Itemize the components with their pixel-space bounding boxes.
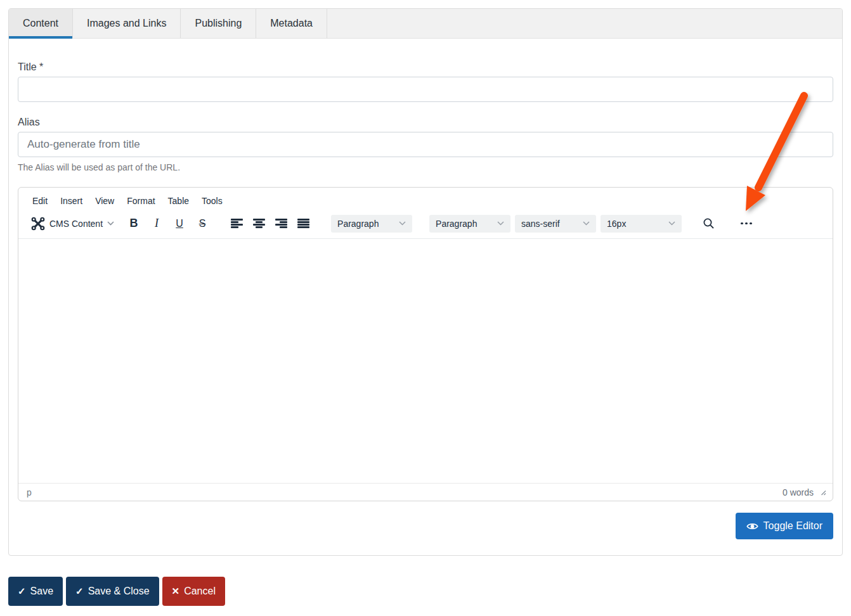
menu-table[interactable]: Table	[162, 193, 195, 209]
font-size-select-value: 16px	[607, 219, 626, 229]
font-size-select[interactable]: 16px	[601, 215, 682, 233]
title-label: Title *	[18, 61, 833, 73]
element-path[interactable]: p	[27, 487, 32, 497]
search-icon[interactable]	[702, 217, 715, 230]
check-icon: ✓	[75, 586, 84, 597]
font-family-select[interactable]: sans-serif	[515, 215, 596, 233]
style-select[interactable]: Paragraph	[331, 215, 412, 233]
check-icon: ✓	[18, 586, 26, 597]
tab-metadata-label: Metadata	[270, 18, 313, 29]
cancel-button[interactable]: ✕ Cancel	[162, 577, 225, 606]
cms-content-label: CMS Content	[49, 219, 103, 229]
save-and-close-button[interactable]: ✓ Save & Close	[66, 577, 159, 606]
rich-text-editor: Edit Insert View Format Table Tools	[18, 187, 833, 501]
font-family-select-value: sans-serif	[521, 219, 560, 229]
menu-tools[interactable]: Tools	[195, 193, 229, 209]
cancel-button-label: Cancel	[184, 586, 216, 597]
align-right-icon[interactable]	[275, 219, 287, 228]
word-count: 0 words	[783, 487, 814, 497]
editor-statusbar: p 0 words	[18, 483, 833, 501]
tab-publishing[interactable]: Publishing	[181, 9, 256, 38]
chevron-down-icon	[668, 221, 675, 226]
toggle-editor-button[interactable]: Toggle Editor	[736, 513, 833, 539]
tab-metadata[interactable]: Metadata	[256, 9, 327, 38]
block-select-value: Paragraph	[436, 219, 477, 229]
style-select-value: Paragraph	[337, 219, 379, 229]
bold-button[interactable]: B	[124, 214, 143, 234]
chevron-down-icon	[107, 221, 114, 226]
tab-publishing-label: Publishing	[195, 18, 242, 29]
menu-edit[interactable]: Edit	[26, 193, 54, 209]
close-icon: ✕	[172, 586, 180, 597]
toggle-editor-label: Toggle Editor	[763, 520, 822, 532]
joomla-logo-icon	[31, 217, 45, 231]
chevron-down-icon	[497, 221, 504, 226]
menu-insert[interactable]: Insert	[54, 193, 89, 209]
chevron-down-icon	[399, 221, 406, 226]
resize-grip-icon[interactable]	[819, 489, 826, 496]
title-field[interactable]	[18, 77, 833, 102]
form-tabbar: Content Images and Links Publishing Meta…	[9, 9, 842, 39]
align-left-icon[interactable]	[231, 219, 243, 228]
form-actions: ✓ Save ✓ Save & Close ✕ Cancel	[8, 577, 225, 606]
article-edit-page: Content Images and Links Publishing Meta…	[0, 0, 851, 616]
menu-view[interactable]: View	[89, 193, 120, 209]
align-justify-icon[interactable]	[297, 219, 309, 228]
tab-content[interactable]: Content	[9, 9, 73, 38]
editor-menubar: Edit Insert View Format Table Tools	[18, 188, 833, 210]
eye-icon	[746, 520, 758, 532]
editor-content-area[interactable]	[18, 239, 833, 483]
italic-button[interactable]: I	[147, 214, 166, 234]
alias-hint: The Alias will be used as part of the UR…	[18, 162, 833, 172]
save-and-close-button-label: Save & Close	[88, 586, 150, 597]
tab-content-label: Content	[23, 18, 58, 29]
more-toolbar-items-button[interactable]	[741, 222, 752, 225]
align-center-icon[interactable]	[253, 219, 265, 228]
alias-field[interactable]	[18, 132, 833, 157]
save-button[interactable]: ✓ Save	[8, 577, 63, 606]
toggle-editor-row: Toggle Editor	[18, 513, 833, 539]
editor-toolbar: CMS Content B I U S	[18, 210, 833, 239]
alias-label: Alias	[18, 117, 833, 128]
underline-button[interactable]: U	[170, 214, 189, 234]
tab-images-and-links[interactable]: Images and Links	[73, 9, 181, 38]
strikethrough-button[interactable]: S	[193, 214, 212, 234]
chevron-down-icon	[583, 221, 590, 226]
form-body: Title * Alias The Alias will be used as …	[9, 39, 842, 539]
save-button-label: Save	[30, 586, 53, 597]
alignment-group	[231, 219, 309, 228]
menu-format[interactable]: Format	[120, 193, 161, 209]
block-select[interactable]: Paragraph	[429, 215, 510, 233]
article-form-card: Content Images and Links Publishing Meta…	[8, 8, 843, 556]
tab-images-and-links-label: Images and Links	[87, 18, 166, 29]
cms-content-dropdown-button[interactable]: CMS Content	[29, 214, 117, 234]
